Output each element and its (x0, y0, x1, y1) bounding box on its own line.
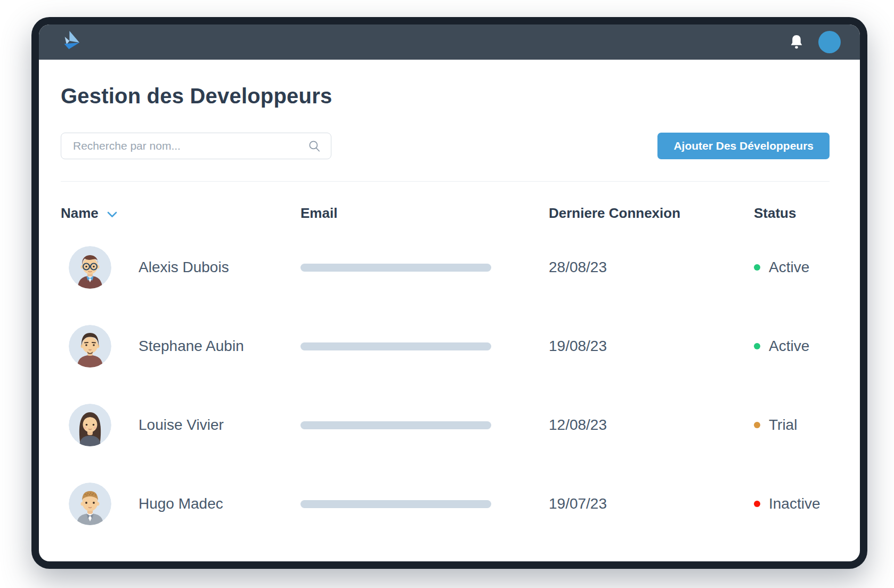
column-header-last-connection: Derniere Connexion (549, 205, 754, 222)
user-avatar[interactable] (818, 31, 841, 53)
bell-icon[interactable] (790, 35, 803, 50)
status-cell: Trial (754, 416, 830, 434)
status-cell: Active (754, 259, 830, 276)
email-cell (300, 342, 549, 350)
column-header-email: Email (300, 205, 549, 222)
chevron-down-icon (107, 211, 117, 218)
email-placeholder-bar (300, 264, 491, 272)
avatar-man-beard-icon (69, 325, 111, 368)
status-label: Active (769, 259, 809, 276)
app-window: Gestion des Developpeurs Ajouter Des Dév… (31, 17, 867, 569)
last-connection-date: 19/08/23 (549, 338, 754, 355)
table-body: Alexis Dubois 28/08/23 Active (61, 228, 830, 543)
avatar-man-blonde-icon (69, 483, 111, 525)
avatar-man-glasses-icon (69, 246, 111, 289)
app-window-inner: Gestion des Developpeurs Ajouter Des Dév… (39, 24, 860, 561)
avatar-woman-long-hair-icon (69, 404, 111, 446)
last-connection-date: 19/07/23 (549, 495, 754, 512)
topbar (39, 24, 860, 60)
email-cell (300, 500, 549, 508)
name-cell: Louise Vivier (61, 404, 300, 446)
add-developer-button[interactable]: Ajouter Des Développeurs (657, 133, 830, 159)
name-cell: Alexis Dubois (61, 246, 300, 289)
email-placeholder-bar (300, 342, 491, 350)
page-title: Gestion des Developpeurs (61, 84, 830, 108)
search-input[interactable] (73, 140, 307, 152)
developer-name: Louise Vivier (139, 416, 224, 434)
status-cell: Inactive (754, 495, 830, 512)
section-divider (61, 181, 830, 182)
email-cell (300, 264, 549, 272)
status-dot (754, 501, 760, 507)
last-connection-date: 12/08/23 (549, 416, 754, 434)
table-row[interactable]: Alexis Dubois 28/08/23 Active (61, 228, 830, 307)
status-dot (754, 343, 760, 349)
developer-name: Hugo Madec (139, 495, 223, 512)
status-dot (754, 264, 760, 271)
table-row[interactable]: Stephane Aubin 19/08/23 Active (61, 307, 830, 386)
email-placeholder-bar (300, 421, 491, 429)
name-cell: Stephane Aubin (61, 325, 300, 368)
table-header: Name Email Derniere Connexion Status (61, 205, 830, 222)
status-dot (754, 422, 760, 428)
search-icon[interactable] (307, 139, 321, 153)
table-row[interactable]: Louise Vivier 12/08/23 Trial (61, 386, 830, 464)
column-header-name-label: Name (61, 205, 99, 222)
main-content: Gestion des Developpeurs Ajouter Des Dév… (39, 60, 860, 561)
status-cell: Active (754, 338, 830, 355)
topbar-right (790, 31, 841, 53)
search-box (61, 133, 331, 159)
brand-logo-icon[interactable] (61, 30, 85, 54)
email-placeholder-bar (300, 500, 491, 508)
status-label: Trial (769, 416, 797, 434)
status-label: Inactive (769, 495, 820, 512)
status-label: Active (769, 338, 809, 355)
table-row[interactable]: Hugo Madec 19/07/23 Inactive (61, 464, 830, 543)
email-cell (300, 421, 549, 429)
column-header-name[interactable]: Name (61, 205, 300, 222)
developer-name: Stephane Aubin (139, 338, 244, 355)
last-connection-date: 28/08/23 (549, 259, 754, 276)
developer-name: Alexis Dubois (139, 259, 229, 276)
name-cell: Hugo Madec (61, 483, 300, 525)
controls-row: Ajouter Des Développeurs (61, 133, 830, 159)
column-header-status: Status (754, 205, 830, 222)
